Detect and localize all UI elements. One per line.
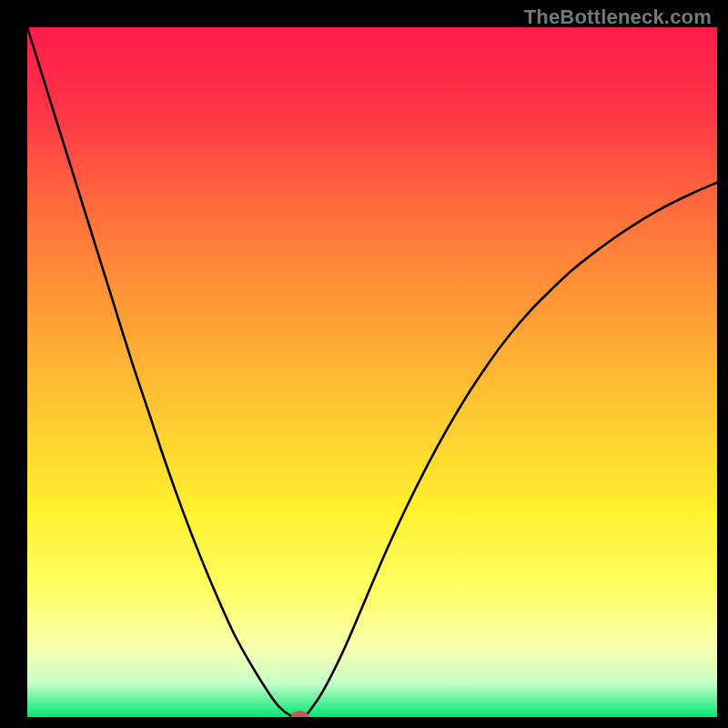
watermark-text: TheBottleneck.com [524, 5, 712, 29]
chart-svg [0, 0, 728, 728]
plot-background [27, 27, 717, 717]
bottleneck-chart: TheBottleneck.com [0, 0, 728, 728]
